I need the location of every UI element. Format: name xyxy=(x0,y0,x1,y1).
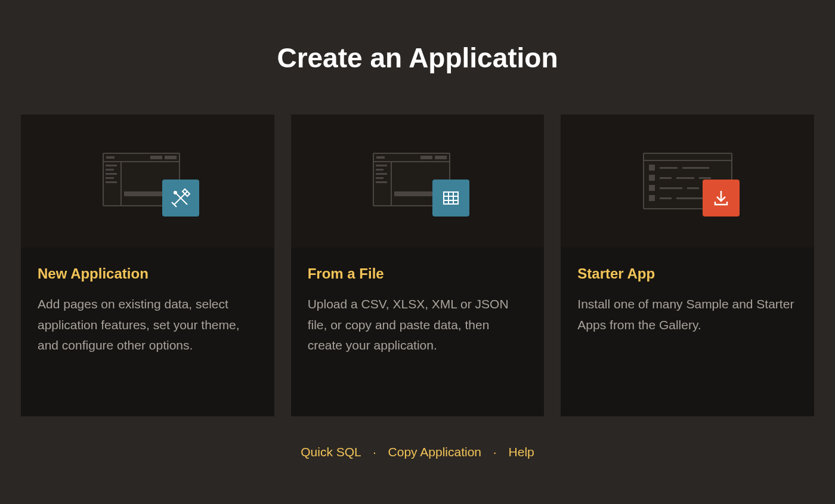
create-application-page: Create an Application xyxy=(0,0,835,459)
card-body: Starter App Install one of many Sample a… xyxy=(561,248,814,416)
separator: · xyxy=(493,445,497,459)
svg-rect-1 xyxy=(444,192,458,204)
design-tools-icon xyxy=(162,180,199,217)
card-description: Add pages on existing data, select appli… xyxy=(38,294,258,356)
page-title: Create an Application xyxy=(21,42,814,74)
card-illustration xyxy=(561,115,814,248)
from-file-card[interactable]: From a File Upload a CSV, XLSX, XML or J… xyxy=(291,115,545,416)
spreadsheet-icon xyxy=(432,180,469,217)
card-illustration xyxy=(21,115,274,248)
list-mockup-icon xyxy=(643,153,732,209)
card-description: Install one of many Sample and Starter A… xyxy=(577,294,797,335)
card-title: From a File xyxy=(308,265,528,282)
new-application-card[interactable]: New Application Add pages on existing da… xyxy=(21,115,274,416)
card-description: Upload a CSV, XLSX, XML or JSON file, or… xyxy=(308,294,528,356)
download-icon xyxy=(703,180,740,217)
card-body: From a File Upload a CSV, XLSX, XML or J… xyxy=(291,248,545,416)
app-mockup-icon xyxy=(103,153,192,209)
quick-sql-link[interactable]: Quick SQL xyxy=(301,445,361,459)
help-link[interactable]: Help xyxy=(509,445,534,459)
cards-container: New Application Add pages on existing da… xyxy=(21,115,814,416)
copy-application-link[interactable]: Copy Application xyxy=(388,445,481,459)
card-title: New Application xyxy=(38,265,258,282)
card-body: New Application Add pages on existing da… xyxy=(21,248,274,416)
separator: · xyxy=(373,445,376,459)
starter-app-card[interactable]: Starter App Install one of many Sample a… xyxy=(561,115,814,416)
card-title: Starter App xyxy=(577,265,797,282)
app-mockup-icon xyxy=(373,153,462,209)
footer-links: Quick SQL · Copy Application · Help xyxy=(21,445,814,459)
card-illustration xyxy=(291,115,545,248)
